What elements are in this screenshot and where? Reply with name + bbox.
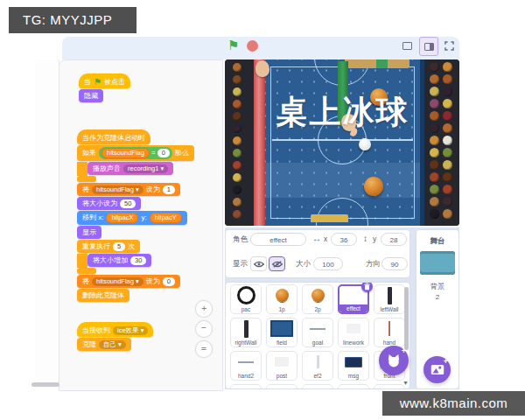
block-text: 显示	[82, 228, 96, 237]
scratch-block-looks[interactable]: 显示	[77, 226, 102, 239]
sprite-thumb-ring	[237, 286, 256, 304]
sprite-name-label: goal	[303, 339, 332, 346]
sprite-card-pac[interactable]: pac	[230, 284, 262, 314]
number-input-oval[interactable]: 5	[113, 242, 125, 251]
zoom-out-button[interactable]: −	[195, 320, 213, 338]
add-sprite-button[interactable]: +	[379, 346, 409, 375]
sprite-card[interactable]	[230, 384, 262, 389]
fullscreen-button[interactable]	[442, 38, 456, 52]
sprite-thumb-mallet	[276, 289, 289, 302]
sprite-card-linework[interactable]: linework	[338, 318, 369, 347]
number-input-oval[interactable]: 0	[158, 149, 170, 158]
sprite-name-label: msg	[339, 372, 368, 380]
left-token-column	[225, 60, 254, 226]
block-text: 当接收到	[82, 326, 110, 335]
sprite-card[interactable]	[338, 384, 369, 389]
dropdown-oval[interactable]: ice效果 ▾	[113, 326, 148, 335]
game-token	[430, 87, 439, 96]
watermark-top-left: TG: MYYJJPP	[9, 7, 136, 33]
stage-viewport[interactable]: 桌上冰球	[225, 60, 459, 226]
dropdown-oval[interactable]: recording1 ▾	[123, 164, 168, 173]
game-token	[233, 112, 242, 121]
scratch-block-looks[interactable]: 隐藏	[79, 89, 103, 102]
number-input-oval[interactable]: 50	[120, 200, 136, 208]
scratch-block-looks[interactable]: 将大小设为50	[77, 197, 141, 210]
dropdown-oval[interactable]: hitsoundFlag ▾	[92, 186, 144, 194]
sprite-name-label: 2p	[303, 305, 332, 313]
sprite-list-scrollbar[interactable]	[404, 287, 409, 350]
sprite-card-field[interactable]: field	[266, 318, 298, 347]
stop-button[interactable]	[247, 40, 258, 52]
game-token	[430, 74, 439, 84]
delete-sprite-button[interactable]	[361, 282, 373, 292]
sprite-thumb-faint	[275, 357, 289, 367]
sprite-card-goal[interactable]: goal	[302, 318, 333, 347]
green-flag-button[interactable]: ⚑	[228, 38, 239, 52]
block-text: 删除此克隆体	[82, 291, 124, 300]
right-token-column	[424, 60, 459, 226]
y-input[interactable]: 28	[381, 233, 407, 246]
variable-oval[interactable]: hitpacX	[106, 213, 138, 223]
scratch-block-looks[interactable]: 将大小增加30	[88, 254, 151, 267]
large-stage-button[interactable]	[419, 37, 438, 56]
scratch-block-control[interactable]: 如果hitsoundFlag=0那么	[77, 145, 194, 161]
game-token	[443, 197, 452, 206]
number-input-oval[interactable]: 30	[130, 256, 146, 265]
zoom-in-button[interactable]: ＋	[195, 300, 213, 318]
sprite-card[interactable]	[266, 384, 298, 389]
dropdown-oval[interactable]: hitsoundFlag ▾	[92, 277, 144, 286]
number-input-oval[interactable]: 0	[163, 277, 175, 286]
variable-oval[interactable]: hitsoundFlag	[102, 148, 150, 158]
sprite-card-leftWall[interactable]: leftWall	[374, 284, 405, 314]
scratch-block-control[interactable]: 删除此克隆体	[77, 289, 130, 302]
scrollbar-down-arrow[interactable]: ▼	[402, 380, 409, 386]
x-input[interactable]: 36	[331, 233, 357, 246]
horizontal-scrollbar[interactable]	[32, 382, 60, 387]
block-text: 移到 x:	[82, 214, 103, 222]
game-token	[443, 123, 452, 133]
show-visible-button[interactable]	[250, 256, 267, 271]
sprite-card-hand2[interactable]: hand2	[230, 351, 262, 381]
game-token	[443, 74, 452, 84]
direction-input[interactable]: 90	[382, 257, 408, 270]
sprite-name-input[interactable]: effect	[250, 233, 306, 246]
size-input[interactable]: 100	[313, 257, 343, 270]
scratch-block-events[interactable]: 当⚑被点击	[79, 74, 130, 88]
scratch-block-control[interactable]	[77, 268, 96, 274]
sprite-card-rightWall[interactable]: rightWall	[230, 318, 262, 347]
scratch-block-events[interactable]: 当接收到ice效果 ▾	[77, 322, 153, 337]
sprite-thumbnail	[231, 318, 261, 339]
show-hidden-button[interactable]	[269, 256, 285, 271]
sprite-card-effect[interactable]: effect	[338, 284, 369, 314]
sprite-card-msg[interactable]: msg	[338, 351, 369, 381]
sprite-card-post[interactable]: post	[266, 351, 298, 381]
direction-label: 方向	[366, 259, 381, 270]
sprite-thumbnail	[374, 285, 404, 305]
sprite-card-ef2[interactable]: ef2	[302, 351, 333, 381]
sprite-card-2p[interactable]: 2p	[302, 284, 333, 314]
sprite-card[interactable]	[302, 384, 333, 389]
zoom-reset-button[interactable]: ＝	[195, 340, 213, 358]
scratch-block-control[interactable]: 克隆自己 ▾	[77, 338, 131, 351]
scratch-block-sound[interactable]: 播放声音recording1 ▾	[88, 162, 173, 175]
sprite-info-panel: 角色 effect ↔ x 36 ↕ y 28 显示 大小 100 方向 90	[225, 229, 410, 278]
scratch-block-variables[interactable]: 将hitsoundFlag ▾设为0	[77, 275, 180, 288]
sprite-card-hand[interactable]: hand	[374, 318, 405, 347]
sprite-card[interactable]	[374, 384, 405, 389]
sprite-list: pac1p2peffectleftWallrightWallfieldgoall…	[225, 282, 410, 389]
add-backdrop-button[interactable]: +	[424, 356, 451, 383]
number-input-oval[interactable]: 1	[163, 186, 175, 194]
variable-oval[interactable]: hitpacY	[150, 213, 182, 223]
scratch-block-control[interactable]: 重复执行5次	[77, 240, 140, 253]
scratch-block-control[interactable]	[77, 176, 96, 182]
scratch-block-variables[interactable]: 将hitsoundFlag ▾设为1	[77, 183, 180, 196]
game-token	[233, 63, 242, 72]
operator-oval[interactable]: hitsoundFlag=0	[99, 147, 172, 159]
dropdown-oval[interactable]: 自己 ▾	[99, 340, 126, 349]
small-stage-button[interactable]	[400, 38, 414, 52]
sprite-thumbnail	[267, 285, 297, 305]
scratch-block-motion[interactable]: 移到 x:hitpacXy:hitpacY	[77, 211, 187, 225]
stage-backdrop-thumbnail[interactable]	[420, 251, 455, 275]
scratch-block-control[interactable]: 当作为克隆体启动时	[77, 130, 150, 144]
sprite-card-1p[interactable]: 1p	[266, 284, 298, 314]
